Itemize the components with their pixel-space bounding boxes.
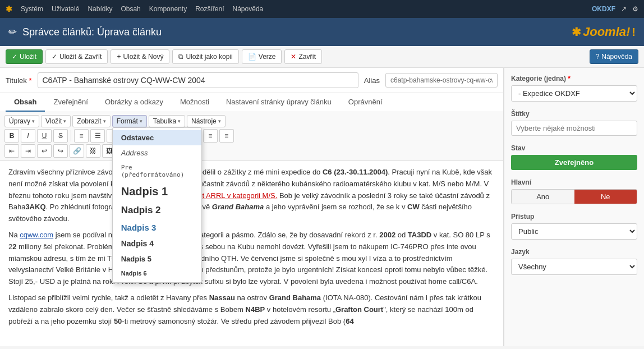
joomla-logo: ✱ Joomla! ! xyxy=(572,25,636,39)
numbered-list-button[interactable]: ≡ xyxy=(219,129,234,143)
italic-button[interactable]: I xyxy=(21,129,35,143)
format-option-h4[interactable]: Nadpis 4 xyxy=(113,236,201,251)
format-option-paragraph[interactable]: Odstavec xyxy=(113,130,201,145)
redo-button[interactable]: ↪ xyxy=(53,144,68,158)
save-copy-button[interactable]: ⧉ Uložit jako kopii xyxy=(172,49,238,64)
indent-left-button[interactable]: ⇤ xyxy=(4,144,19,158)
link-button[interactable]: 🔗 xyxy=(70,144,84,158)
save-new-button[interactable]: + Uložit & Nový xyxy=(111,49,169,64)
format-option-h2[interactable]: Nadpis 2 xyxy=(113,201,201,219)
undo-button[interactable]: ↩ xyxy=(37,144,52,158)
format-option-h5[interactable]: Nadpis 5 xyxy=(113,251,201,267)
align-center-button[interactable]: ☰ xyxy=(90,129,105,143)
featured-no-button[interactable]: Ne xyxy=(574,190,637,204)
format-option-h3[interactable]: Nadpis 3 xyxy=(113,219,201,236)
settings-icon[interactable]: ⚙ xyxy=(632,5,638,13)
save-label: Uložit xyxy=(20,53,36,61)
title-label: Titulek * xyxy=(6,76,32,85)
insert-caret: ▾ xyxy=(63,118,66,124)
bold-button[interactable]: B xyxy=(4,129,19,143)
close-x-icon: ✕ xyxy=(291,53,296,61)
tab-images[interactable]: Obrázky a odkazy xyxy=(96,93,172,112)
save-close-button[interactable]: ✓ Uložit & Zavřít xyxy=(45,49,108,64)
featured-yes-button[interactable]: Ano xyxy=(512,190,574,204)
tools-label: Nástroje xyxy=(191,117,217,125)
menu-table[interactable]: Tabulka ▾ xyxy=(149,115,185,127)
unlink-button[interactable]: ⛓ xyxy=(86,144,100,158)
article-tabs: Obsah Zveřejnění Obrázky a odkazy Možnos… xyxy=(0,93,503,112)
featured-label: Hlavní xyxy=(511,178,637,186)
required-star: * xyxy=(29,76,31,85)
tab-page-settings[interactable]: Nastavení stránky úpravy článku xyxy=(218,93,340,112)
menu-format-container: Formát ▾ Odstavec Address Pre (předformá… xyxy=(112,115,147,127)
editor-content[interactable]: Zdravím všechny příznivce závodů. Dovolt… xyxy=(0,161,503,346)
versions-button[interactable]: 📄 Verze xyxy=(242,49,282,64)
tab-publish[interactable]: Zveřejnění xyxy=(45,93,96,112)
tags-section: Štítky xyxy=(511,110,637,136)
joomla-brand-text: Joomla! xyxy=(583,25,630,39)
alias-input[interactable] xyxy=(385,73,498,88)
format-option-pre[interactable]: Pre (předformátováno) xyxy=(113,160,201,182)
nav-components[interactable]: Komponenty xyxy=(149,5,187,13)
separator-1 xyxy=(71,130,71,141)
format-option-h1[interactable]: Nadpis 1 xyxy=(113,182,201,201)
access-select[interactable]: Public xyxy=(511,223,637,240)
top-nav-right: OKDXF ↗ ⚙ xyxy=(592,5,638,13)
nav-content[interactable]: Obsah xyxy=(121,5,140,13)
title-input[interactable] xyxy=(38,72,358,88)
save-button[interactable]: ✓ Uložit xyxy=(6,49,43,64)
tab-permissions[interactable]: Oprávnění xyxy=(340,93,391,112)
access-section: Přístup Public xyxy=(511,213,637,240)
content-paragraph-1: Zdravím všechny příznivce závodů. Dovolt… xyxy=(8,167,495,225)
nav-help[interactable]: Nápověda xyxy=(233,5,264,13)
menu-insert[interactable]: Vložit ▾ xyxy=(41,115,71,127)
help-button[interactable]: ? Nápověda xyxy=(590,49,638,64)
tags-input[interactable] xyxy=(511,121,637,136)
format-option-h6[interactable]: Nadpis 6 xyxy=(113,267,201,280)
featured-toggle: Ano Ne xyxy=(511,189,637,204)
nav-menus[interactable]: Nabídky xyxy=(88,5,112,13)
save-new-plus-icon: + xyxy=(117,53,121,61)
featured-section: Hlavní Ano Ne xyxy=(511,178,637,204)
format-pre-value: Pre (předformátováno) xyxy=(121,164,185,178)
category-select[interactable]: - Expedice OKDXF xyxy=(511,85,637,102)
language-section: Jazyk Všechny xyxy=(511,248,637,275)
format-h5-value: Nadpis 5 xyxy=(121,255,151,263)
bullet-list-button[interactable]: ≡ xyxy=(203,129,218,143)
menu-view[interactable]: Zobrazit ▾ xyxy=(72,115,110,127)
language-select[interactable]: Všechny xyxy=(511,259,637,275)
versions-icon: 📄 xyxy=(248,53,256,61)
menu-tools[interactable]: Nástroje ▾ xyxy=(187,115,226,127)
indent-right-button[interactable]: ⇥ xyxy=(21,144,35,158)
category-label: Kategorie (jedna) * xyxy=(511,75,637,82)
tab-options[interactable]: Možnosti xyxy=(172,93,218,112)
view-label: Zobrazit xyxy=(77,117,101,125)
close-button[interactable]: ✕ Zavřít xyxy=(284,49,322,64)
menu-edits[interactable]: Úpravy ▾ xyxy=(4,115,39,127)
site-link[interactable]: OKDXF xyxy=(592,5,615,13)
nav-extensions[interactable]: Rozšíření xyxy=(195,5,224,13)
tab-content[interactable]: Obsah xyxy=(6,93,45,112)
nav-system[interactable]: Systém xyxy=(21,5,43,13)
save-copy-icon: ⧉ xyxy=(178,53,183,61)
external-link-icon: ↗ xyxy=(621,5,627,13)
nav-users[interactable]: Uživatelé xyxy=(52,5,79,13)
pencil-icon: ✏ xyxy=(8,26,17,38)
format-option-address[interactable]: Address xyxy=(113,145,201,160)
underline-button[interactable]: U xyxy=(37,129,52,143)
save-close-label: Uložit & Zavřít xyxy=(59,53,102,61)
format-h3-value: Nadpis 3 xyxy=(121,223,157,232)
help-icon: ? xyxy=(596,53,600,61)
category-required: * xyxy=(568,75,571,82)
strikethrough-button[interactable]: S xyxy=(53,129,68,143)
align-left-button[interactable]: ≡ xyxy=(74,129,89,143)
category-section: Kategorie (jedna) * - Expedice OKDXF xyxy=(511,75,637,102)
editor-toolbar-row-1: Úpravy ▾ Vložit ▾ Zobrazit ▾ Formát ▾ xyxy=(4,115,499,127)
menu-format[interactable]: Formát ▾ xyxy=(112,115,147,127)
edits-label: Úpravy xyxy=(9,117,30,125)
tags-label: Štítky xyxy=(511,110,637,118)
tools-caret: ▾ xyxy=(218,118,221,124)
toolbar: ✓ Uložit ✓ Uložit & Zavřít + Uložit & No… xyxy=(0,46,644,68)
format-h4-value: Nadpis 4 xyxy=(121,239,154,248)
format-address-value: Address xyxy=(121,149,148,157)
